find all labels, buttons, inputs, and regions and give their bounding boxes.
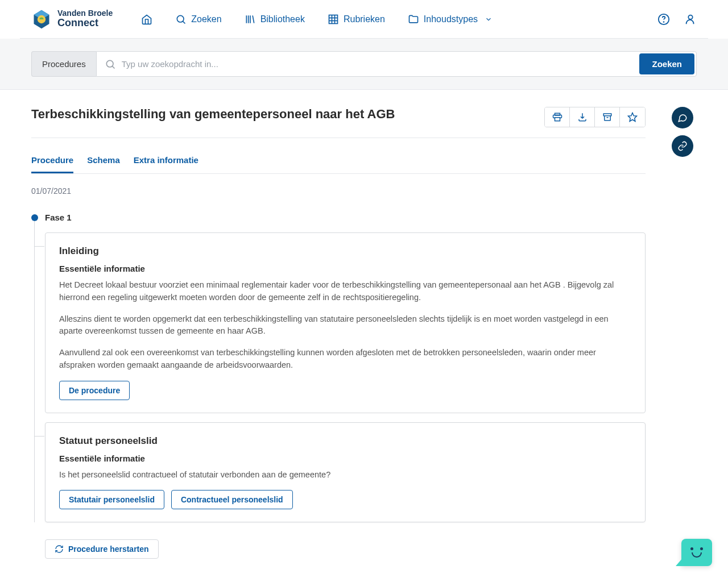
card-inleiding: Inleiding Essentiële informatie Het Decr… [45,232,646,413]
link-button[interactable] [672,135,693,157]
archive-icon [602,112,613,122]
nav-library-label: Bibliotheek [260,14,305,24]
svg-rect-17 [603,114,611,116]
card2-question: Is het personeelslid contractueel of sta… [59,469,631,481]
download-button[interactable] [570,107,595,127]
tab-schema[interactable]: Schema [87,155,120,173]
comment-icon [677,113,688,123]
search-input[interactable] [116,52,638,76]
grid-icon [328,14,339,25]
logo-mark-icon [31,9,52,30]
page-date: 01/07/2021 [31,186,646,196]
card-statuut: Statuut personeelslid Essentiële informa… [45,422,646,523]
nav-library[interactable]: Bibliotheek [245,14,305,25]
card2-title: Statuut personeelslid [59,435,631,447]
restart-button[interactable]: Procedure herstarten [45,539,159,559]
page-title: Terbeschikkingstelling van gemeenteperso… [31,107,395,122]
brand-line1: Vanden Broele [57,9,113,18]
chevron-down-icon [485,15,493,23]
home-icon [141,14,152,25]
card1-p3: Aanvullend zal ook een overeenkomst van … [59,347,631,372]
card2-option-contractueel[interactable]: Contractueel personeelslid [171,490,293,509]
help-icon[interactable] [657,13,670,26]
svg-point-12 [688,15,692,19]
archive-button[interactable] [595,107,620,127]
tab-procedure[interactable]: Procedure [31,155,73,173]
nav-content-types-label: Inhoudstypes [424,14,478,24]
card2-subtitle: Essentiële informatie [59,454,631,463]
chat-face-icon [688,547,705,558]
nav-sections[interactable]: Rubrieken [328,14,385,25]
chat-widget[interactable] [681,539,712,566]
library-icon [245,14,256,25]
refresh-icon [55,544,64,554]
brand-line2: Connect [57,18,113,29]
nav-sections-label: Rubrieken [344,14,385,24]
action-group [544,107,646,127]
svg-marker-19 [628,113,637,122]
search-icon [175,14,187,25]
print-button[interactable] [545,107,570,127]
card1-subtitle: Essentiële informatie [59,264,631,273]
search-category[interactable]: Procedures [31,51,96,77]
svg-point-13 [106,60,113,67]
nav-search-label: Zoeken [191,14,221,24]
tab-extra[interactable]: Extra informatie [134,155,198,173]
svg-rect-5 [329,15,337,23]
print-icon [552,112,562,122]
phase-label: Fase 1 [45,213,72,222]
link-icon [677,141,688,151]
nav-search[interactable]: Zoeken [175,14,221,25]
nav-content-types[interactable]: Inhoudstypes [408,14,493,25]
nav-home[interactable] [141,14,152,25]
download-icon [577,112,588,122]
svg-line-14 [112,66,114,68]
card1-p1: Het Decreet lokaal bestuur voorziet een … [59,279,631,304]
svg-rect-16 [555,118,560,121]
svg-point-3 [177,15,184,22]
user-icon[interactable] [684,13,697,26]
search-input-icon [105,59,116,70]
card1-p2: Alleszins dient te worden opgemerkt dat … [59,313,631,338]
folder-icon [408,14,419,25]
search-button[interactable]: Zoeken [639,53,694,74]
brand-logo[interactable]: Vanden Broele Connect [31,9,113,30]
star-icon [627,112,638,122]
svg-point-11 [664,22,664,22]
favorite-button[interactable] [620,107,645,127]
card1-title: Inleiding [59,246,631,257]
comment-button[interactable] [672,107,693,128]
svg-line-4 [183,21,185,23]
card2-option-statutair[interactable]: Statutair personeelslid [59,490,164,509]
phase-dot-icon [31,214,38,221]
card1-action-button[interactable]: De procedure [59,381,130,400]
